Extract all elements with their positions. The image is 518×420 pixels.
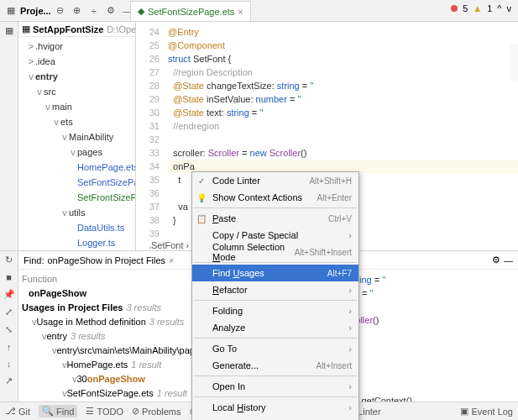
tree-arrow-icon[interactable]: v	[52, 117, 60, 127]
close-icon[interactable]: ×	[238, 7, 243, 17]
tree-item[interactable]: ventry	[18, 69, 135, 84]
warning-icon[interactable]: ▲	[473, 3, 482, 13]
tree-arrow-icon[interactable]: v	[69, 147, 77, 157]
function-heading: Function	[22, 274, 57, 284]
tree-item[interactable]: >.hvigor	[18, 39, 135, 54]
find-title[interactable]: onPageShow in Project Files	[47, 255, 165, 265]
tree-arrow-icon[interactable]: v	[60, 132, 69, 142]
tree-item[interactable]: Logger.ts	[18, 235, 135, 250]
menu-item[interactable]: Refactor›	[192, 281, 358, 298]
menu-item[interactable]: Open In›	[192, 378, 358, 395]
find-node[interactable]: v HomePage.ets1 result	[22, 357, 207, 371]
collapse-all-icon[interactable]: ⤡	[5, 324, 13, 335]
tree-item[interactable]: vsrc	[18, 84, 135, 99]
tree-label: .hvigor	[35, 41, 63, 51]
menu-label: Go To	[212, 344, 237, 354]
expand-all-icon[interactable]: ⤢	[5, 307, 13, 318]
tree-item[interactable]: vutils	[18, 205, 135, 220]
find-hide-icon[interactable]: —	[504, 255, 513, 265]
tree-item[interactable]: SetFrontSizeP	[18, 190, 135, 205]
tree-item[interactable]: HomePage.ets	[18, 160, 135, 175]
stop-icon[interactable]: ■	[6, 272, 12, 282]
error-dot-icon[interactable]	[451, 5, 458, 12]
tree-arrow-icon[interactable]: v	[44, 102, 52, 112]
find-node[interactable]: v SetFontSizePage.ets1 result	[22, 386, 207, 400]
tree-item[interactable]: >.idea	[18, 54, 135, 69]
menu-item[interactable]: Generate...Alt+Insert	[192, 357, 358, 374]
menu-item[interactable]: Copy / Paste Special›	[192, 227, 358, 244]
project-tool-icon[interactable]: ▦	[5, 25, 13, 36]
menu-item[interactable]: Analyze›	[192, 319, 358, 336]
find-node-label: SetFontSizePage.ets	[67, 388, 154, 398]
menu-item[interactable]: Go To›	[192, 340, 358, 357]
context-menu[interactable]: ✓Code LinterAlt+Shift+H💡Show Context Act…	[191, 171, 359, 420]
tree-item[interactable]: vets	[18, 114, 135, 129]
menu-item[interactable]: 💡Show Context ActionsAlt+Enter	[192, 189, 358, 206]
expand-icon[interactable]: ⊕	[70, 3, 85, 18]
menu-item[interactable]: Git›	[192, 416, 358, 420]
rerun-icon[interactable]: ↻	[5, 255, 13, 265]
pin-icon[interactable]: 📌	[3, 289, 15, 300]
menu-label: Copy / Paste Special	[212, 230, 298, 240]
tree-arrow-icon[interactable]: v	[27, 71, 35, 81]
submenu-arrow-icon: ›	[348, 230, 352, 240]
tree-label: ets	[60, 117, 73, 127]
export-icon[interactable]: ↗	[5, 375, 13, 386]
next-highlight-icon[interactable]: v	[507, 3, 512, 13]
tree-arrow-icon[interactable]: v	[60, 207, 69, 218]
find-node-label: entry\src\main\ets\MainAbility\pages	[57, 345, 205, 355]
find-root[interactable]: Usages in Project Files	[22, 302, 123, 312]
project-tab-label[interactable]: Proje...	[20, 6, 51, 16]
project-tab-icon[interactable]: ▦	[3, 3, 18, 18]
error-count: 5	[463, 3, 468, 13]
tree-item[interactable]: vmain	[18, 99, 135, 114]
project-root-name[interactable]: SetAppFontSize	[33, 24, 103, 34]
divide-icon[interactable]: ÷	[86, 3, 102, 18]
gear-icon[interactable]: ⚙	[103, 3, 118, 18]
menu-icon: 💡	[196, 193, 207, 202]
editor-breadcrumb[interactable]: SetFont ›	[151, 240, 189, 250]
editor-tab-label: SetFontSizePage.ets	[148, 7, 234, 17]
find-node[interactable]: v 30 onPageShow	[22, 371, 207, 386]
bottom-tab-icon: 🔍	[42, 406, 54, 417]
menu-item[interactable]: Local History›	[192, 399, 358, 416]
bottom-tab[interactable]: ☰TODO	[86, 405, 123, 417]
find-node[interactable]: v Usage in Method definition3 results	[22, 314, 207, 328]
menu-item[interactable]: Column Selection ModeAlt+Shift+Insert	[192, 244, 358, 260]
bottom-tab[interactable]: 🔍Find	[39, 405, 77, 417]
next-icon[interactable]: ↓	[7, 359, 12, 369]
find-tree[interactable]: Function onPageShow Usages in Project Fi…	[18, 270, 212, 402]
menu-shortcut: Alt+Enter	[317, 193, 352, 202]
find-node[interactable]: v entry\src\main\ets\MainAbility\pages	[22, 343, 207, 357]
find-tab-close-icon[interactable]: ×	[169, 255, 174, 265]
bottom-tab-label: Git	[18, 407, 30, 417]
tree-item[interactable]: SetFontSizePa	[18, 175, 135, 190]
editor-tab[interactable]: ◆ SetFontSizePage.ets ×	[130, 1, 251, 21]
menu-item[interactable]: ✓Code LinterAlt+Shift+H	[192, 172, 358, 189]
find-node[interactable]: v entry3 results	[22, 328, 207, 343]
project-tree[interactable]: >.hvigor>.ideaventryvsrcvmainvetsvMainAb…	[18, 37, 135, 250]
editor-scrollbar[interactable]	[510, 44, 518, 81]
bottom-tab[interactable]: ⊘Problems	[132, 405, 181, 417]
prev-highlight-icon[interactable]: ^	[497, 3, 501, 13]
find-node-label: entry	[47, 331, 67, 341]
tree-arrow-icon[interactable]: >	[27, 41, 35, 51]
tree-item[interactable]: vMainAbility	[18, 129, 135, 144]
tree-item[interactable]: DataUtils.ts	[18, 220, 135, 235]
project-tree-panel: ▦ SetAppFontSize D:\OpenHarmonyS >.hvigo…	[18, 22, 136, 250]
result-count: 3 results	[149, 317, 185, 327]
menu-shortcut: Alt+Shift+Insert	[295, 248, 352, 257]
menu-item[interactable]: 📋PasteCtrl+V	[192, 210, 358, 227]
tree-item[interactable]: vpages	[18, 144, 135, 160]
tree-arrow-icon[interactable]: >	[27, 56, 35, 66]
tree-label: utils	[69, 207, 86, 218]
tree-arrow-icon[interactable]: v	[35, 87, 44, 97]
menu-item[interactable]: Find UsagesAlt+F7	[192, 265, 358, 281]
bottom-tab[interactable]: ⎇Git	[5, 405, 30, 417]
prev-icon[interactable]: ↑	[7, 342, 12, 352]
tree-label: entry	[35, 71, 58, 81]
collapse-icon[interactable]: ⊖	[53, 3, 68, 18]
menu-item[interactable]: Folding›	[192, 302, 358, 319]
event-log-button[interactable]: ▣ Event Log	[460, 406, 513, 417]
find-gear-icon[interactable]: ⚙	[492, 255, 500, 265]
